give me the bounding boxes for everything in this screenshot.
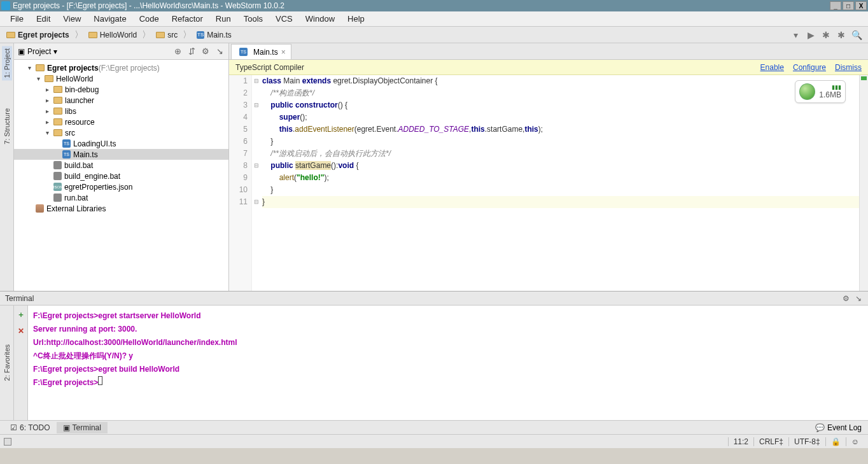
ts-icon: TS [62, 139, 71, 148]
notice-configure-link[interactable]: Configure [793, 63, 826, 72]
notice-title: TypeScript Compiler [235, 63, 304, 72]
notice-dismiss-link[interactable]: Dismiss [835, 63, 862, 72]
cursor-position[interactable]: 11:2 [728, 437, 753, 446]
tree-node-helloworld[interactable]: ▾HelloWorld [14, 73, 228, 84]
expand-icon[interactable]: ▾ [34, 75, 42, 82]
breadcrumb-src[interactable]: src [152, 29, 181, 41]
scroll-from-source-icon[interactable]: ⊕ [172, 46, 183, 57]
editor-panel: TS Main.ts × TypeScript Compiler Enable … [229, 43, 868, 291]
tree-label: External Libraries [46, 204, 106, 213]
memory-indicator[interactable]: ▮▮▮ 1.6MB [795, 80, 846, 103]
menu-window[interactable]: Window [299, 12, 341, 25]
folder-icon [6, 32, 15, 38]
breadcrumb-main-ts[interactable]: TSMain.ts [193, 29, 235, 41]
tree-node-src[interactable]: ▾src [14, 127, 228, 138]
expand-icon[interactable]: ▸ [43, 108, 51, 115]
tree-node-egretproperties-json[interactable]: JSONegretProperties.json [14, 181, 228, 192]
bottom-tab-6-todo[interactable]: ☑6: TODO [4, 422, 57, 433]
tree-node-egret-projects[interactable]: ▾Egret projects (F:\Egret projects) [14, 62, 228, 73]
expand-icon[interactable]: ▾ [25, 64, 33, 71]
menu-view[interactable]: View [57, 12, 87, 25]
menu-help[interactable]: Help [341, 12, 371, 25]
folder-icon [88, 32, 97, 38]
editor-tab-main[interactable]: TS Main.ts × [231, 44, 291, 59]
breadcrumb-egret-projects[interactable]: Egret projects [3, 29, 73, 41]
new-terminal-icon[interactable]: ＋ [17, 309, 25, 320]
terminal-settings-icon[interactable]: ⚙ [841, 294, 850, 303]
project-view-icon: ▣ [18, 47, 25, 56]
app-icon [1, 1, 10, 10]
expand-icon[interactable]: ▾ [43, 129, 51, 136]
menu-vcs[interactable]: VCS [269, 12, 299, 25]
code-content[interactable]: class Main extends egret.DisplayObjectCo… [261, 75, 859, 291]
hide-panel-icon[interactable]: ↘ [214, 46, 225, 57]
status-indicator-icon[interactable] [4, 438, 11, 446]
code-editor[interactable]: 1234567891011 ⊟⊟⊟⊟ class Main extends eg… [229, 75, 868, 291]
maximize-button[interactable]: □ [843, 1, 854, 10]
run-config-dropdown-icon[interactable]: ▾ [790, 30, 801, 40]
tree-label: HelloWorld [56, 74, 93, 83]
terminal-hide-icon[interactable]: ↘ [854, 294, 863, 303]
bottom-tab-terminal[interactable]: ▣Terminal [57, 422, 108, 433]
menu-file[interactable]: File [4, 12, 30, 25]
menu-tools[interactable]: Tools [237, 12, 269, 25]
bat-icon [53, 172, 62, 180]
expand-icon[interactable]: ▸ [43, 97, 51, 104]
tab-icon: ▣ [63, 423, 70, 432]
tree-label: libs [65, 107, 76, 116]
favorites-tool-tab[interactable]: 2: Favorites [0, 306, 14, 420]
breadcrumb-helloworld[interactable]: HelloWorld [85, 29, 141, 41]
close-button[interactable]: X [855, 1, 867, 10]
settings-icon[interactable]: ⚙ [200, 46, 211, 57]
search-icon[interactable]: 🔍 [851, 30, 862, 40]
file-encoding[interactable]: UTF-8‡ [788, 437, 825, 446]
chevron-down-icon: ▾ [53, 47, 57, 56]
structure-tool-tab[interactable]: 7: Structure [2, 106, 12, 147]
collapse-all-icon[interactable]: ⇵ [186, 46, 197, 57]
tree-label: egretProperties.json [64, 183, 132, 192]
debug-icon[interactable]: ✱ [821, 30, 831, 40]
tree-node-resource[interactable]: ▸resource [14, 116, 228, 127]
terminal-output[interactable]: F:\Egret projects>egret startserver Hell… [28, 306, 868, 420]
editor-tab-strip: TS Main.ts × [229, 43, 868, 60]
menu-navigate[interactable]: Navigate [87, 12, 132, 25]
event-log-tab[interactable]: Event Log [827, 423, 862, 432]
run-icon[interactable]: ▶ [806, 30, 816, 40]
folder-icon [156, 32, 165, 38]
tree-node-launcher[interactable]: ▸launcher [14, 95, 228, 106]
event-log-icon: 💬 [815, 423, 825, 432]
tree-node-libs[interactable]: ▸libs [14, 106, 228, 116]
fold-column[interactable]: ⊟⊟⊟⊟ [252, 75, 261, 291]
project-panel: ▣ Project ▾ ⊕ ⇵ ⚙ ↘ ▾Egret projects (F:\… [14, 43, 229, 291]
project-tree[interactable]: ▾Egret projects (F:\Egret projects)▾Hell… [14, 60, 228, 291]
tree-label: LoadingUI.ts [73, 139, 116, 148]
tree-node-build-bat[interactable]: build.bat [14, 160, 228, 171]
ts-file-icon: TS [239, 48, 248, 56]
menu-refactor[interactable]: Refactor [165, 12, 209, 25]
inspection-icon[interactable]: ☺ [846, 437, 864, 446]
minimize-button[interactable]: _ [830, 1, 841, 10]
menu-code[interactable]: Code [133, 12, 165, 25]
project-tool-tab[interactable]: 1: Project [2, 46, 12, 80]
project-panel-title[interactable]: ▣ Project ▾ [18, 47, 57, 56]
editor-scrollbar[interactable] [859, 75, 868, 291]
tree-node-bin-debug[interactable]: ▸bin-debug [14, 84, 228, 95]
expand-icon[interactable]: ▸ [43, 118, 51, 125]
window-title: Egret projects - [F:\Egret projects] - .… [13, 1, 284, 10]
bat-icon [53, 161, 62, 169]
menu-run[interactable]: Run [209, 12, 237, 25]
expand-icon[interactable]: ▸ [43, 86, 51, 93]
close-terminal-icon[interactable]: ✕ [18, 327, 24, 335]
stop-icon[interactable]: ✱ [836, 30, 846, 40]
tree-node-main-ts[interactable]: TSMain.ts [14, 149, 228, 160]
tree-node-build_engine-bat[interactable]: build_engine.bat [14, 171, 228, 181]
line-separator[interactable]: CRLF‡ [753, 437, 788, 446]
terminal-toolbar: ＋ ✕ [14, 306, 28, 420]
tree-node-loadingui-ts[interactable]: TSLoadingUI.ts [14, 138, 228, 149]
menu-edit[interactable]: Edit [30, 12, 57, 25]
tree-node-external-libraries[interactable]: External Libraries [14, 203, 228, 214]
close-tab-icon[interactable]: × [281, 48, 286, 57]
notice-enable-link[interactable]: Enable [760, 63, 784, 72]
lock-icon[interactable]: 🔒 [825, 437, 846, 446]
tree-node-run-bat[interactable]: run.bat [14, 192, 228, 203]
